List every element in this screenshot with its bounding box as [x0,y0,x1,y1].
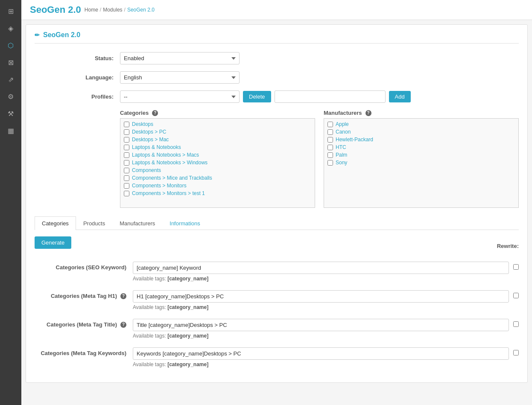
categories-help-icon[interactable]: ? [152,110,158,116]
rewrite-checkbox-2[interactable] [513,321,519,327]
breadcrumb-modules[interactable]: Modules [103,7,122,13]
list-item[interactable]: Sony [324,159,518,166]
profiles-label: Profiles: [35,93,120,100]
available-tags-1: Available tags: [category_name] [133,304,509,310]
seo-field-content-1: Available tags: [category_name] [133,290,519,310]
manufacturers-panel: Manufacturers ? Apple Canon Hewlett-Pack… [324,110,519,208]
tools-icon[interactable]: ⚒ [2,106,19,121]
seo-field-group-2: Categories (Meta Tag Title)?Available ta… [35,319,519,339]
tab-categories[interactable]: Categories [35,216,76,230]
list-item[interactable]: Components > Mice and Trackballs [120,174,315,182]
seo-field-label-1: Categories (Meta Tag H1)? [35,290,133,299]
sidebar: ⊞ ◈ ⬡ ⊠ ⇗ ⚙ ⚒ ▦ [0,0,21,405]
delete-button[interactable]: Delete [243,91,271,102]
seo-field-group-1: Categories (Meta Tag H1)?Available tags:… [35,290,519,310]
seo-text-input-3[interactable] [133,347,509,360]
tab-informations[interactable]: Informations [162,216,208,230]
seo-field-label-0: Categories (SEO Keyword) [35,262,133,271]
seo-fields-container: Categories (SEO Keyword)Available tags: … [35,262,519,367]
status-label: Status: [35,55,120,61]
seo-help-icon-1[interactable]: ? [120,293,126,299]
tab-manufacturers[interactable]: Manufacturers [112,216,162,230]
list-item[interactable]: Components > Monitors > test 1 [120,189,315,197]
page-title: SeoGen 2.0 [30,4,81,15]
status-row: Status: Enabled Disabled [35,52,519,64]
seo-field-content-2: Available tags: [category_name] [133,319,519,339]
seo-field-label-2: Categories (Meta Tag Title)? [35,319,133,328]
profiles-select[interactable]: -- [120,90,240,103]
main-wrapper: SeoGen 2.0 Home / Modules / SeoGen 2.0 ✏… [21,0,532,405]
cart-icon[interactable]: ⊠ [2,55,19,70]
seo-text-input-1[interactable] [133,290,509,303]
status-select[interactable]: Enabled Disabled [120,52,240,64]
list-item[interactable]: Apple [324,120,518,128]
seo-text-input-0[interactable] [133,262,509,274]
breadcrumb: Home / Modules / SeoGen 2.0 [85,7,155,13]
rewrite-checkbox-1[interactable] [513,293,519,298]
tags-icon[interactable]: ◈ [2,20,19,36]
rewrite-checkbox-0[interactable] [513,264,519,270]
settings-icon[interactable]: ⚙ [2,89,19,104]
rewrite-checkbox-3[interactable] [513,350,519,355]
puzzle-icon[interactable]: ⬡ [2,38,19,53]
rewrite-label: Rewrite: [497,243,519,249]
pencil-icon: ✏ [35,32,40,38]
list-item[interactable]: Laptops & Notebooks > Windows [120,159,315,166]
list-item[interactable]: Desktops [120,120,315,128]
module-title: ✏ SeoGen 2.0 [35,31,519,44]
seo-field-content-3: Available tags: [category_name] [133,347,519,367]
seo-field-label-3: Categories (Meta Tag Keywords) [35,347,133,356]
seo-field-content-0: Available tags: [category_name] [133,262,519,282]
language-row: Language: English French [35,71,519,84]
generate-button[interactable]: Generate [35,236,71,249]
list-item[interactable]: Components > Monitors [120,182,315,189]
available-tags-2: Available tags: [category_name] [133,333,509,339]
tabs-container: CategoriesProductsManufacturersInformati… [35,216,519,230]
selection-area: Categories ? Desktops Desktops > PC Desk… [120,110,519,208]
chart-icon[interactable]: ▦ [2,123,19,138]
seo-field-group-0: Categories (SEO Keyword)Available tags: … [35,262,519,282]
breadcrumb-current: SeoGen 2.0 [127,7,155,13]
categories-panel: Categories ? Desktops Desktops > PC Desk… [120,110,315,208]
profiles-controls: -- Delete Add [120,90,411,103]
list-item[interactable]: Palm [324,151,518,159]
profile-name-input[interactable] [275,90,386,103]
module-title-text: SeoGen 2.0 [43,31,80,39]
categories-list: Desktops Desktops > PC Desktops > Mac La… [120,118,315,208]
list-item[interactable]: Hewlett-Packard [324,136,518,143]
list-item[interactable]: Desktops > PC [120,128,315,136]
profiles-row: Profiles: -- Delete Add [35,90,519,103]
list-item[interactable]: Laptops & Notebooks [120,143,315,151]
tab-products[interactable]: Products [76,216,112,230]
list-item[interactable]: Canon [324,128,518,136]
seo-help-icon-2[interactable]: ? [120,322,126,328]
share-icon[interactable]: ⇗ [2,72,19,87]
list-item[interactable]: Laptops & Notebooks > Macs [120,151,315,159]
list-item[interactable]: Components [120,166,315,174]
language-label: Language: [35,74,120,81]
seo-text-input-2[interactable] [133,319,509,331]
dashboard-icon[interactable]: ⊞ [2,3,19,19]
list-item[interactable]: Desktops > Mac [120,136,315,143]
breadcrumb-home[interactable]: Home [85,7,98,13]
seo-field-group-3: Categories (Meta Tag Keywords)Available … [35,347,519,367]
list-item[interactable]: HTC [324,143,518,151]
manufacturers-panel-label: Manufacturers ? [324,110,519,116]
content-area: ✏ SeoGen 2.0 Status: Enabled Disabled La… [26,24,528,383]
available-tags-3: Available tags: [category_name] [133,361,509,367]
generate-rewrite-row: Generate Rewrite: [35,236,519,255]
available-tags-0: Available tags: [category_name] [133,276,509,282]
categories-panel-label: Categories ? [120,110,315,116]
language-select[interactable]: English French [120,71,240,84]
manufacturers-help-icon[interactable]: ? [365,110,371,116]
manufacturers-list: Apple Canon Hewlett-Packard HTC Palm Son… [324,118,519,208]
page-header: SeoGen 2.0 Home / Modules / SeoGen 2.0 [21,0,532,20]
add-button[interactable]: Add [389,91,411,102]
